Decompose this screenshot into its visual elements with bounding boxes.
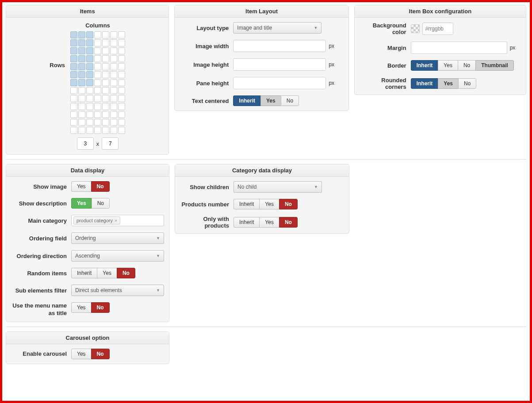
grid-cell[interactable] [110, 127, 117, 134]
grid-cell[interactable] [110, 31, 117, 38]
grid-cell[interactable] [78, 71, 85, 78]
grid-cell[interactable] [78, 39, 85, 46]
columns-input[interactable] [77, 137, 94, 150]
grid-cell[interactable] [102, 127, 109, 134]
grid-cell[interactable] [110, 39, 117, 46]
grid-cell[interactable] [78, 95, 85, 102]
background-color-swatch[interactable] [411, 24, 420, 33]
border-no[interactable]: No [458, 60, 475, 71]
grid-cell[interactable] [86, 31, 93, 38]
grid-picker[interactable] [70, 31, 125, 134]
random-yes[interactable]: Yes [97, 268, 117, 278]
grid-cell[interactable] [78, 111, 85, 118]
grid-cell[interactable] [102, 47, 109, 54]
grid-cell[interactable] [94, 55, 101, 62]
grid-cell[interactable] [118, 127, 125, 134]
grid-cell[interactable] [70, 63, 77, 70]
enable-carousel-yes[interactable]: Yes [71, 349, 91, 359]
close-icon[interactable]: × [115, 218, 117, 223]
border-yes[interactable]: Yes [438, 60, 458, 71]
grid-cell[interactable] [78, 55, 85, 62]
border-thumbnail[interactable]: Thumbnail [475, 60, 514, 71]
grid-cell[interactable] [78, 103, 85, 110]
grid-cell[interactable] [102, 103, 109, 110]
grid-cell[interactable] [118, 47, 125, 54]
grid-cell[interactable] [78, 31, 85, 38]
grid-cell[interactable] [118, 95, 125, 102]
ordering-field-select[interactable]: Ordering [71, 232, 164, 244]
grid-cell[interactable] [86, 39, 93, 46]
grid-cell[interactable] [70, 103, 77, 110]
grid-cell[interactable] [102, 87, 109, 94]
background-color-input[interactable] [422, 23, 453, 35]
grid-cell[interactable] [102, 79, 109, 86]
grid-cell[interactable] [102, 39, 109, 46]
rounded-no[interactable]: No [458, 78, 476, 89]
grid-cell[interactable] [118, 79, 125, 86]
products-number-yes[interactable]: Yes [259, 199, 279, 209]
grid-cell[interactable] [102, 55, 109, 62]
use-menu-name-yes[interactable]: Yes [71, 302, 91, 313]
grid-cell[interactable] [110, 95, 117, 102]
grid-cell[interactable] [110, 79, 117, 86]
margin-input[interactable] [411, 42, 507, 54]
grid-cell[interactable] [70, 47, 77, 54]
grid-cell[interactable] [70, 31, 77, 38]
enable-carousel-no[interactable]: No [91, 349, 110, 359]
image-width-input[interactable] [233, 40, 326, 52]
grid-cell[interactable] [118, 103, 125, 110]
grid-cell[interactable] [94, 87, 101, 94]
grid-cell[interactable] [118, 87, 125, 94]
grid-cell[interactable] [78, 47, 85, 54]
use-menu-name-no[interactable]: No [91, 302, 110, 313]
show-description-no[interactable]: No [92, 198, 110, 209]
grid-cell[interactable] [78, 119, 85, 126]
show-image-yes[interactable]: Yes [71, 181, 91, 192]
grid-cell[interactable] [110, 55, 117, 62]
show-children-select[interactable]: No child [233, 181, 322, 193]
grid-cell[interactable] [118, 31, 125, 38]
grid-cell[interactable] [94, 71, 101, 78]
grid-cell[interactable] [86, 119, 93, 126]
grid-cell[interactable] [70, 87, 77, 94]
grid-cell[interactable] [118, 39, 125, 46]
grid-cell[interactable] [94, 79, 101, 86]
grid-cell[interactable] [86, 55, 93, 62]
grid-cell[interactable] [118, 63, 125, 70]
grid-cell[interactable] [70, 127, 77, 134]
only-with-products-yes[interactable]: Yes [259, 217, 279, 228]
text-centered-inherit[interactable]: Inherit [233, 95, 260, 106]
grid-cell[interactable] [118, 71, 125, 78]
grid-cell[interactable] [94, 127, 101, 134]
only-with-products-inherit[interactable]: Inherit [233, 217, 259, 228]
only-with-products-no[interactable]: No [279, 217, 298, 228]
text-centered-yes[interactable]: Yes [260, 95, 281, 106]
ordering-direction-select[interactable]: Ascending [71, 250, 164, 262]
grid-cell[interactable] [110, 71, 117, 78]
grid-cell[interactable] [102, 119, 109, 126]
grid-cell[interactable] [78, 127, 85, 134]
grid-cell[interactable] [94, 31, 101, 38]
grid-cell[interactable] [118, 55, 125, 62]
grid-cell[interactable] [110, 119, 117, 126]
grid-cell[interactable] [94, 103, 101, 110]
grid-cell[interactable] [78, 79, 85, 86]
grid-cell[interactable] [86, 71, 93, 78]
grid-cell[interactable] [110, 111, 117, 118]
grid-cell[interactable] [110, 103, 117, 110]
grid-cell[interactable] [94, 111, 101, 118]
grid-cell[interactable] [94, 95, 101, 102]
grid-cell[interactable] [102, 111, 109, 118]
grid-cell[interactable] [86, 47, 93, 54]
random-inherit[interactable]: Inherit [71, 268, 97, 278]
grid-cell[interactable] [94, 39, 101, 46]
grid-cell[interactable] [78, 63, 85, 70]
show-image-no[interactable]: No [91, 181, 110, 192]
grid-cell[interactable] [86, 79, 93, 86]
show-description-yes[interactable]: Yes [71, 198, 92, 209]
random-no[interactable]: No [117, 268, 135, 278]
grid-cell[interactable] [110, 47, 117, 54]
grid-cell[interactable] [70, 55, 77, 62]
products-number-no[interactable]: No [279, 199, 298, 209]
grid-cell[interactable] [86, 87, 93, 94]
